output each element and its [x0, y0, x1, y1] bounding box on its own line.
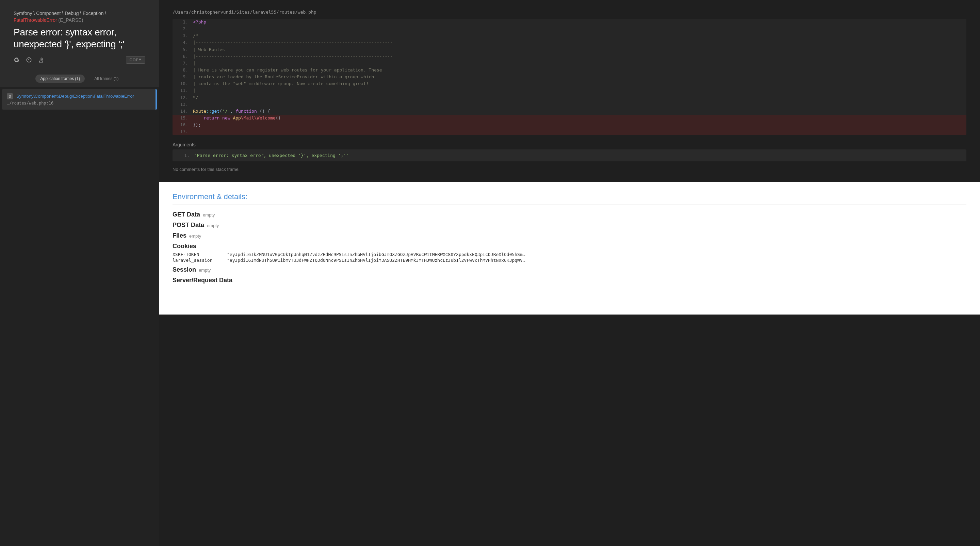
stack-frame[interactable]: 0 Symfony\Component\Debug\Exception\Fata…	[2, 89, 157, 110]
session-empty: empty	[199, 267, 211, 273]
line-number: 6.	[172, 53, 193, 60]
code-text: <?php	[193, 19, 206, 25]
session-heading: Session	[172, 266, 196, 273]
line-number: 4.	[172, 39, 193, 46]
svg-point-1	[28, 59, 29, 60]
google-icon[interactable]	[14, 57, 20, 63]
argument-item: 1."Parse error: syntax error, unexpected…	[177, 153, 962, 158]
line-number: 10.	[172, 80, 193, 87]
frame-class: Symfony\Component\Debug\Exception\FatalT…	[16, 94, 134, 99]
cookie-value: "eyJpdiI6ImdNUTh5UW1ibmVTU3dFWHZTQ3dONnc…	[227, 258, 525, 263]
copy-button[interactable]: COPY	[126, 56, 145, 64]
code-line: 1.<?php	[172, 19, 966, 25]
no-comments: No comments for this stack frame.	[172, 167, 966, 172]
line-number: 14.	[172, 108, 193, 115]
cookie-value: "eyJpdiI6IkZMNU1uV0pCUktpUnhqN1ZvdzZHdHc…	[227, 252, 525, 257]
code-text: |	[193, 87, 196, 94]
help-icon-row: COPY	[14, 56, 145, 64]
code-line: 6.|-------------------------------------…	[172, 53, 966, 60]
cookie-name: XSRF-TOKEN	[172, 252, 217, 257]
environment-title: Environment & details:	[172, 192, 966, 205]
cookie-row: laravel_session"eyJpdiI6ImdNUTh5UW1ibmVT…	[172, 258, 966, 263]
code-line: 4.|-------------------------------------…	[172, 39, 966, 46]
code-line: 16.});	[172, 121, 966, 128]
duckduckgo-icon[interactable]	[26, 57, 32, 63]
env-empty-badge: empty	[207, 223, 219, 228]
code-text: Route::get('/', function () {	[193, 108, 270, 115]
code-line: 14.Route::get('/', function () {	[172, 108, 966, 115]
line-number: 1.	[172, 19, 193, 25]
tab-application-frames[interactable]: Application frames (1)	[35, 75, 85, 83]
line-number: 7.	[172, 60, 193, 67]
line-number: 15.	[172, 115, 193, 121]
env-row: GET Data empty	[172, 211, 966, 218]
frame-path: …/routes/web.php:16	[7, 101, 151, 105]
breadcrumb-text: Symfony \ Component \ Debug \ Exception …	[14, 11, 106, 16]
svg-point-0	[27, 57, 31, 62]
tab-all-frames[interactable]: All frames (1)	[89, 75, 123, 83]
line-number: 8.	[172, 67, 193, 73]
env-empty-badge: empty	[203, 212, 215, 218]
cookie-row: XSRF-TOKEN"eyJpdiI6IkZMNU1uV0pCUktpUnhqN…	[172, 252, 966, 257]
exception-header: Symfony \ Component \ Debug \ Exception …	[0, 0, 159, 70]
code-line: 7.|	[172, 60, 966, 67]
code-text: | Here is where you can register web rou…	[193, 67, 382, 73]
server-request-heading: Server/Request Data	[172, 277, 232, 283]
env-empty-badge: empty	[189, 234, 201, 239]
code-text: |---------------------------------------…	[193, 53, 393, 60]
code-line: 10.| contains the "web" middleware group…	[172, 80, 966, 87]
frame-tabs: Application frames (1) All frames (1)	[0, 70, 159, 87]
code-line: 11.|	[172, 87, 966, 94]
code-line: 9.| routes are loaded by the RouteServic…	[172, 73, 966, 80]
line-number: 13.	[172, 101, 193, 108]
environment-section: Environment & details: GET Data emptyPOS…	[159, 182, 980, 315]
frame-index: 0	[7, 93, 13, 99]
line-number: 16.	[172, 121, 193, 128]
argument-index: 1.	[177, 153, 194, 158]
code-line: 3./*	[172, 32, 966, 39]
env-key: POST Data	[172, 221, 204, 228]
breadcrumb-code: (E_PARSE)	[59, 18, 83, 23]
cookie-name: laravel_session	[172, 258, 217, 263]
code-line: 13.	[172, 101, 966, 108]
breadcrumb: Symfony \ Component \ Debug \ Exception …	[14, 10, 145, 24]
cookies-table: XSRF-TOKEN"eyJpdiI6IkZMNU1uV0pCUktpUnhqN…	[172, 252, 966, 263]
env-row: Files empty	[172, 232, 966, 239]
arguments-title: Arguments	[172, 142, 966, 147]
code-line: 12.*/	[172, 94, 966, 101]
line-number: 3.	[172, 32, 193, 39]
code-text: |	[193, 60, 196, 67]
frame-list[interactable]: 0 Symfony\Component\Debug\Exception\Fata…	[0, 87, 159, 546]
code-line: 17.	[172, 128, 966, 135]
argument-value: "Parse error: syntax error, unexpected '…	[194, 153, 349, 158]
code-line: 2.	[172, 25, 966, 32]
cookies-heading: Cookies	[172, 243, 196, 250]
line-number: 9.	[172, 73, 193, 80]
code-text: |---------------------------------------…	[193, 39, 393, 46]
main-panel[interactable]: /Users/christophervundi/Sites/laravel55/…	[159, 0, 980, 546]
code-text: });	[193, 121, 201, 128]
line-number: 17.	[172, 128, 193, 135]
arguments-list: 1."Parse error: syntax error, unexpected…	[172, 150, 966, 161]
code-text: */	[193, 94, 198, 101]
exception-message: Parse error: syntax error, unexpected '}…	[14, 26, 145, 50]
line-number: 5.	[172, 46, 193, 53]
line-number: 12.	[172, 94, 193, 101]
sidebar: Symfony \ Component \ Debug \ Exception …	[0, 0, 159, 546]
code-text: /*	[193, 32, 198, 39]
line-number: 11.	[172, 87, 193, 94]
file-path: /Users/christophervundi/Sites/laravel55/…	[172, 0, 966, 19]
breadcrumb-fatal: FatalThrowableError	[14, 18, 57, 23]
code-text: | Web Routes	[193, 46, 225, 53]
code-line: 15. return new App\Mail\Welcome()	[172, 115, 966, 121]
line-number: 2.	[172, 25, 193, 32]
code-text: | contains the "web" middleware group. N…	[193, 80, 369, 87]
code-text: return new App\Mail\Welcome()	[193, 115, 281, 121]
env-row: POST Data empty	[172, 221, 966, 229]
env-key: GET Data	[172, 211, 200, 218]
code-text: | routes are loaded by the RouteServiceP…	[193, 73, 374, 80]
code-line: 5.| Web Routes	[172, 46, 966, 53]
code-preview: 1.<?php2.3./*4.|------------------------…	[172, 19, 966, 135]
env-key: Files	[172, 232, 186, 239]
stackoverflow-icon[interactable]	[38, 57, 44, 63]
